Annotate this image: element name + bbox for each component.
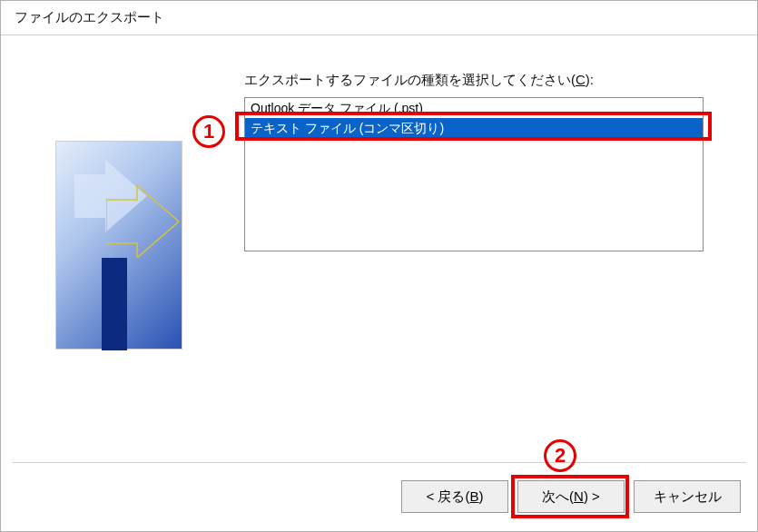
export-wizard-window: ファイルのエクスポート エクスポートするファイルの種類を選択してください(C):… — [0, 0, 758, 532]
instruction-pre: エクスポートするファイルの種類を選択してください( — [244, 72, 576, 87]
cancel-button[interactable]: キャンセル — [634, 480, 741, 513]
instruction-hotkey: C — [576, 72, 586, 87]
back-button[interactable]: < 戻る(B) — [401, 480, 508, 513]
next-button[interactable]: 次へ(N) > — [517, 480, 625, 513]
arrow-outline-icon — [106, 185, 179, 258]
bar-graphic — [102, 258, 127, 350]
footer-separator — [12, 462, 746, 463]
svg-marker-1 — [106, 185, 179, 258]
list-item-outlook-pst[interactable]: Outlook データ ファイル (.pst) — [245, 98, 703, 118]
annotation-marker-1: 1 — [192, 115, 225, 148]
list-item-csv[interactable]: テキスト ファイル (コンマ区切り) — [245, 118, 703, 138]
button-row: < 戻る(B) 次へ(N) > キャンセル — [401, 480, 741, 513]
window-title: ファイルのエクスポート — [15, 9, 164, 26]
file-type-listbox[interactable]: Outlook データ ファイル (.pst) テキスト ファイル (コンマ区切… — [244, 97, 704, 251]
annotation-marker-2: 2 — [544, 439, 576, 472]
instruction-post: ): — [586, 72, 594, 87]
content-area: エクスポートするファイルの種類を選択してください(C): Outlook データ… — [1, 35, 757, 531]
title-bar: ファイルのエクスポート — [1, 1, 757, 35]
wizard-side-graphic — [55, 141, 182, 350]
instruction-label: エクスポートするファイルの種類を選択してください(C): — [244, 72, 594, 89]
